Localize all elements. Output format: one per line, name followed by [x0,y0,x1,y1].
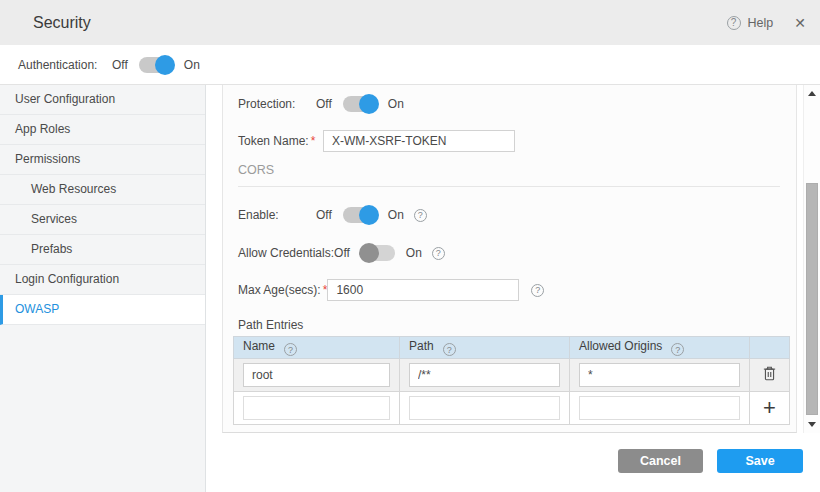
token-name-row: Token Name:* [238,130,515,152]
protection-on-label: On [388,97,404,111]
protection-row: Protection: Off On [238,93,404,115]
enable-help-icon[interactable]: ? [414,209,427,222]
authentication-row: Authentication: Off On [0,45,820,85]
protection-label: Protection: [238,97,316,111]
max-age-help-icon[interactable]: ? [531,284,544,297]
sidebar-item-services[interactable]: Services [0,205,205,235]
allow-credentials-off-label: Off [334,246,350,260]
sidebar-item-prefabs[interactable]: Prefabs [0,235,205,265]
authentication-on-label: On [184,58,200,72]
allow-credentials-on-label: On [406,246,422,260]
max-age-input[interactable] [327,279,519,301]
section-divider [238,186,780,187]
add-row-button[interactable]: + [750,392,790,425]
sidebar-item-permissions[interactable]: Permissions [0,145,205,175]
allow-credentials-toggle[interactable] [361,245,395,261]
cancel-button[interactable]: Cancel [618,449,703,473]
path-entry-origins-input-0[interactable] [579,363,740,387]
name-column-help-icon[interactable]: ? [284,343,297,356]
authentication-label: Authentication: [18,58,112,72]
path-entry-name-input-1[interactable] [243,396,390,420]
cors-enable-toggle[interactable] [343,207,377,223]
help-button[interactable]: Help [748,16,774,30]
enable-label: Enable: [238,208,316,222]
security-dialog: Security ? Help ✕ Authentication: Off On… [0,0,820,492]
sidebar-item-app-roles[interactable]: App Roles [0,115,205,145]
scrollbar[interactable] [803,85,820,433]
authentication-off-label: Off [112,58,128,72]
sidebar-item-user-configuration[interactable]: User Configuration [0,85,205,115]
allow-credentials-help-icon[interactable]: ? [432,247,445,260]
sidebar-item-owasp[interactable]: OWASP [0,295,205,325]
path-column-help-icon[interactable]: ? [443,343,456,356]
table-row [234,359,790,392]
allowed-origins-column-help-icon[interactable]: ? [671,343,684,356]
dialog-header: Security ? Help ✕ [0,0,820,45]
path-entry-path-input-0[interactable] [409,363,560,387]
enable-on-label: On [388,208,404,222]
required-mark: * [311,134,316,148]
header-actions: ? Help ✕ [727,0,806,45]
path-entry-path-input-1[interactable] [409,396,560,420]
allow-credentials-row: Allow Credentials: Off On ? [238,242,445,264]
protection-toggle[interactable] [343,96,377,112]
max-age-label: Max Age(secs):* [238,283,327,297]
sidebar: User Configuration App Roles Permissions… [0,85,206,492]
cors-section-heading: CORS [238,163,274,177]
owasp-settings-panel: Protection: Off On Token Name:* CORS Ena… [222,85,797,433]
close-icon[interactable]: ✕ [794,15,806,31]
column-header-name: Name? [234,337,400,359]
page-title: Security [33,0,91,45]
path-entry-name-input-0[interactable] [243,363,390,387]
toggle-knob [359,243,379,263]
delete-row-button[interactable] [750,359,790,392]
allow-credentials-label: Allow Credentials: [238,246,334,260]
table-header-row: Name? Path? Allowed Origins? [234,337,790,359]
authentication-toggle[interactable] [139,57,173,73]
protection-off-label: Off [316,97,332,111]
scroll-up-icon[interactable] [808,91,816,96]
table-row: + [234,392,790,425]
help-icon[interactable]: ? [727,16,741,30]
cors-enable-row: Enable: Off On ? [238,204,427,226]
plus-icon: + [763,395,776,420]
enable-off-label: Off [316,208,332,222]
path-entry-origins-input-1[interactable] [579,396,740,420]
toggle-knob [359,205,379,225]
path-entries-table: Name? Path? Allowed Origins? [233,336,790,425]
token-name-input[interactable] [323,130,515,152]
scrollbar-thumb[interactable] [806,183,818,415]
sidebar-item-login-configuration[interactable]: Login Configuration [0,265,205,295]
toggle-knob [359,94,379,114]
save-button[interactable]: Save [717,449,803,473]
column-header-allowed-origins: Allowed Origins? [570,337,750,359]
trash-icon [762,368,777,385]
column-header-path: Path? [400,337,570,359]
scroll-down-icon[interactable] [808,422,816,427]
sidebar-item-web-resources[interactable]: Web Resources [0,175,205,205]
column-header-actions [750,337,790,359]
path-entries-label: Path Entries [238,318,303,332]
token-name-label: Token Name:* [238,134,323,148]
max-age-row: Max Age(secs):* ? [238,279,544,301]
toggle-knob [155,55,175,75]
